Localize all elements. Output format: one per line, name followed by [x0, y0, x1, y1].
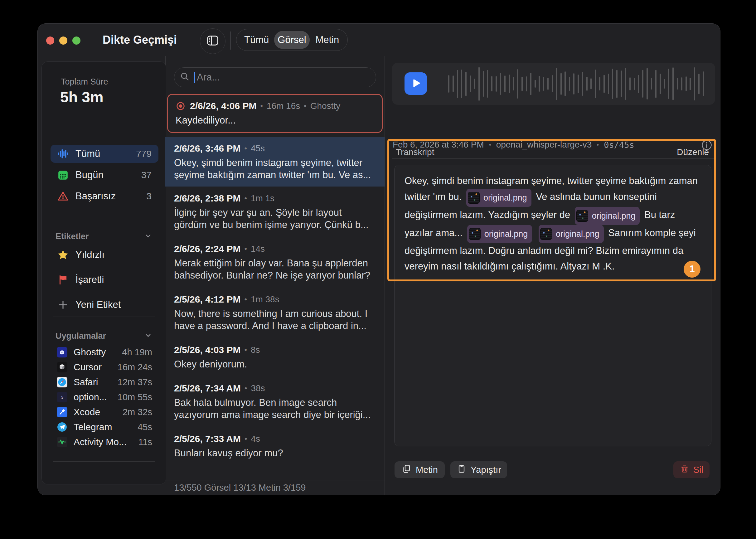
tags-section-header[interactable]: Etiketler	[55, 231, 153, 242]
waveform-bar	[646, 68, 648, 100]
paste-button[interactable]: Yapıştır	[450, 461, 507, 478]
app-duration: 10m 55s	[117, 392, 152, 402]
close-button[interactable]	[46, 37, 54, 44]
waveform-bar	[621, 70, 622, 97]
waveform-bar	[629, 77, 631, 91]
attachment-pill[interactable]: original.png	[466, 189, 531, 207]
list-item[interactable]: 2/5/26, 7:33 AM•4sBunları kavuş ediyor m…	[165, 427, 385, 465]
chevron-down-icon	[143, 331, 153, 341]
waveform-bar	[681, 77, 682, 91]
dot-separator: •	[260, 102, 263, 111]
app-duration: 11s	[138, 437, 152, 447]
list-item[interactable]: 2/5/26, 7:34 AM•38sBak hala bulmuyor. Be…	[165, 376, 385, 427]
sidebar-tag-new[interactable]: Yeni Etiket	[50, 295, 158, 314]
waveform-bar	[625, 68, 626, 100]
total-duration-label: Toplam Süre	[61, 77, 108, 87]
trash-icon	[680, 464, 690, 476]
waveform-bar	[642, 70, 643, 98]
item-preview-text: Bunları kavuş ediyor mu?	[174, 447, 376, 459]
list-item[interactable]: 2/6/26, 2:38 PM•1m 1sİlginç bir şey var …	[165, 187, 385, 237]
list-item-recording[interactable]: 2/6/26, 4:06 PM•16m 16s•GhosttyKaydedili…	[167, 94, 383, 133]
item-duration: 45s	[251, 143, 265, 153]
filter-label: Tümü	[75, 148, 100, 159]
list-item[interactable]: 2/6/26, 2:24 PM•14sMerak ettiğim bir ola…	[165, 237, 385, 288]
search-field[interactable]	[174, 67, 376, 87]
waveform-bar	[638, 75, 639, 93]
copy-text-button[interactable]: Metin	[395, 461, 445, 478]
sidebar-app-row[interactable]: xoption...10m 55s	[50, 390, 158, 405]
waveform-bar	[461, 70, 462, 98]
item-preview-text: Merak ettiğim bir olay var. Bana şu appl…	[174, 257, 376, 281]
list-item-selected[interactable]: 2/6/26, 3:46 PM•45sOkey, şimdi benim ins…	[165, 137, 385, 187]
waveform-bar	[517, 69, 518, 99]
sidebar-app-row[interactable]: Ghostty4h 19m	[50, 345, 158, 360]
option-app-icon: x	[57, 392, 67, 402]
window-title: Dikte Geçmişi	[103, 24, 177, 56]
tab-tümü[interactable]: Tümü	[239, 31, 274, 49]
waveform-bar	[453, 75, 454, 92]
sidebar-tag-1[interactable]: İşaretli	[50, 270, 158, 289]
sidebar-filter-tümü[interactable]: Tümü779	[50, 145, 158, 163]
app-name: Telegram	[74, 422, 112, 432]
list-item-header: 2/5/26, 4:12 PM•1m 38s	[174, 294, 376, 304]
item-preview-text: Okey, şimdi benim instagram şeyime, twit…	[174, 157, 376, 181]
waveform-bar	[526, 76, 527, 91]
sidebar-app-row[interactable]: Telegram45s	[50, 420, 158, 434]
item-preview-text: Bak hala bulmuyor. Ben image search yazı…	[174, 397, 376, 421]
dot-separator: •	[244, 245, 247, 253]
app-name: Xcode	[74, 407, 100, 417]
waveform-bar	[500, 73, 501, 95]
sidebar-tag-0[interactable]: Yıldızlı	[50, 246, 158, 264]
waveform-bar	[668, 69, 669, 99]
column-divider-right	[385, 56, 385, 495]
search-input[interactable]	[197, 72, 370, 83]
sidebar-app-row[interactable]: Activity Mo...11s	[50, 434, 158, 449]
attachment-pill[interactable]: original.png	[575, 207, 640, 225]
attachment-pill[interactable]: original.png	[467, 225, 532, 243]
waveform-bar	[561, 73, 562, 95]
tab-görsel[interactable]: Görsel	[274, 31, 309, 49]
app-duration: 4h 19m	[122, 347, 152, 357]
app-name: Ghostty	[74, 347, 106, 357]
waveform-bar	[677, 78, 678, 90]
waveform-bar	[521, 77, 523, 91]
audio-waveform[interactable]	[448, 66, 704, 101]
sidebar-filter-başarısız[interactable]: Başarısız3	[50, 187, 158, 205]
apps-section-header[interactable]: Uygulamalar	[55, 331, 153, 341]
zoom-button[interactable]	[72, 37, 80, 44]
list-item[interactable]: 2/5/26, 4:03 PM•8sOkey deniyorum.	[165, 338, 385, 376]
item-date: 2/5/26, 7:34 AM	[174, 383, 241, 394]
transcript-box[interactable]: Okey, şimdi benim instagram şeyime, twit…	[394, 165, 712, 446]
dot-separator: •	[244, 346, 247, 354]
waveform-bar	[487, 70, 488, 98]
app-name: Cursor	[74, 362, 102, 372]
sidebar-toggle-button[interactable]	[200, 29, 225, 54]
play-button[interactable]	[405, 72, 427, 95]
item-duration: 16m 16s	[267, 101, 300, 111]
app-duration: 45s	[137, 422, 152, 432]
sidebar-app-row[interactable]: Xcode2m 32s	[50, 405, 158, 420]
tab-metin[interactable]: Metin	[310, 31, 345, 49]
waveform-bar	[672, 67, 674, 100]
edit-button[interactable]: Düzenle	[677, 147, 709, 157]
minimize-button[interactable]	[59, 37, 67, 44]
attachment-pill[interactable]: original.png	[539, 225, 604, 243]
sidebar-filter-bugün[interactable]: Bugün37	[50, 166, 158, 184]
item-date: 2/5/26, 7:33 AM	[174, 433, 241, 444]
sidebar-app-row[interactable]: Cursor16m 24s	[50, 360, 158, 375]
list-item[interactable]: 2/5/26, 4:12 PM•1m 38sNow, there is some…	[165, 288, 385, 338]
tag-label: Yeni Etiket	[75, 299, 121, 310]
tag-label: İşaretli	[75, 274, 104, 285]
sidebar-app-row[interactable]: Safari12m 37s	[50, 375, 158, 390]
list-item-header: 2/6/26, 2:38 PM•1m 1s	[174, 193, 376, 203]
transcript-header: Transkript	[396, 147, 434, 157]
list-status-bar: 13/550 Görsel 13/13 Metin 3/159	[165, 480, 385, 495]
item-preview-text: İlginç bir şey var şu an. Şöyle bir layo…	[174, 206, 376, 231]
attachment-thumbnail	[468, 192, 480, 204]
item-app: Ghostty	[310, 101, 340, 111]
document-copy-icon	[401, 464, 412, 476]
dot-separator: •	[244, 194, 247, 203]
delete-button[interactable]: Sil	[673, 461, 710, 478]
calendar-icon	[57, 169, 69, 181]
list-item-header: 2/5/26, 7:33 AM•4s	[174, 434, 376, 444]
